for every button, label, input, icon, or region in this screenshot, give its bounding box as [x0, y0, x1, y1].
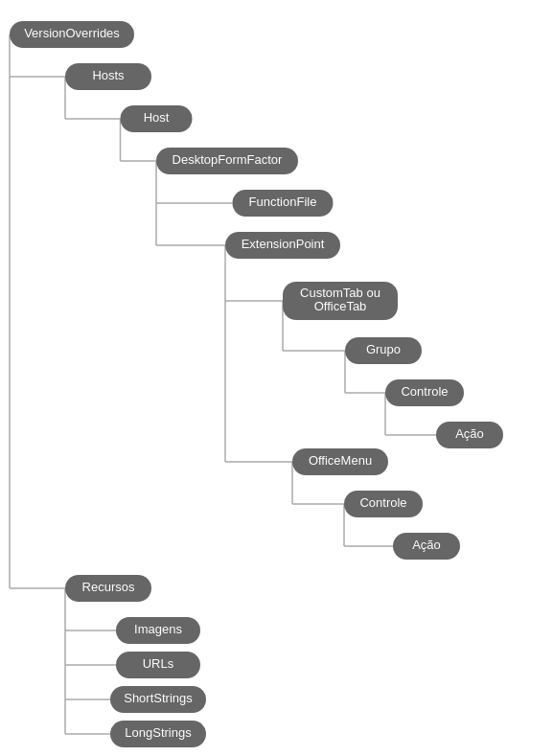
node-versionOverrides: VersionOverrides — [10, 21, 134, 48]
node-rect-controle2 — [344, 491, 423, 517]
node-rect-controle1 — [385, 379, 464, 406]
node-officeMenu: OfficeMenu — [292, 448, 388, 475]
node-rect-imagens — [116, 617, 200, 644]
node-urls: URLs — [116, 652, 200, 678]
node-shortStrings: ShortStrings — [110, 686, 206, 713]
node-rect-versionOverrides — [10, 21, 134, 48]
node-functionFile: FunctionFile — [233, 190, 334, 217]
node-rect-shortStrings — [110, 686, 206, 713]
node-rect-extensionPoint — [225, 232, 340, 259]
node-rect-grupo — [345, 337, 422, 364]
node-rect-desktopFormFactor — [156, 148, 298, 174]
node-desktopFormFactor: DesktopFormFactor — [156, 148, 298, 174]
node-acao1: Ação — [436, 422, 503, 448]
node-rect-hosts — [65, 63, 151, 90]
node-hosts: Hosts — [65, 63, 151, 90]
node-rect-acao1 — [436, 422, 503, 448]
node-rect-recursos — [65, 575, 151, 602]
node-rect-acao2 — [393, 533, 460, 560]
node-recursos: Recursos — [65, 575, 151, 602]
node-rect-functionFile — [233, 190, 334, 217]
node-rect-urls — [116, 652, 200, 678]
node-grupo: Grupo — [345, 337, 422, 364]
node-rect-officeMenu — [292, 448, 388, 475]
node-host: Host — [121, 105, 193, 132]
node-extensionPoint: ExtensionPoint — [225, 232, 340, 259]
tree-diagram: VersionOverridesHostsHostDesktopFormFact… — [0, 0, 553, 756]
node-acao2: Ação — [393, 533, 460, 560]
node-controle1: Controle — [385, 379, 464, 406]
node-imagens: Imagens — [116, 617, 200, 644]
node-rect-host — [121, 105, 193, 132]
node-rect-longStrings — [110, 721, 206, 747]
node-customTab: CustomTab ouOfficeTab — [283, 282, 398, 320]
node-longStrings: LongStrings — [110, 721, 206, 747]
node-controle2: Controle — [344, 491, 423, 517]
node-rect-customTab — [283, 282, 398, 320]
